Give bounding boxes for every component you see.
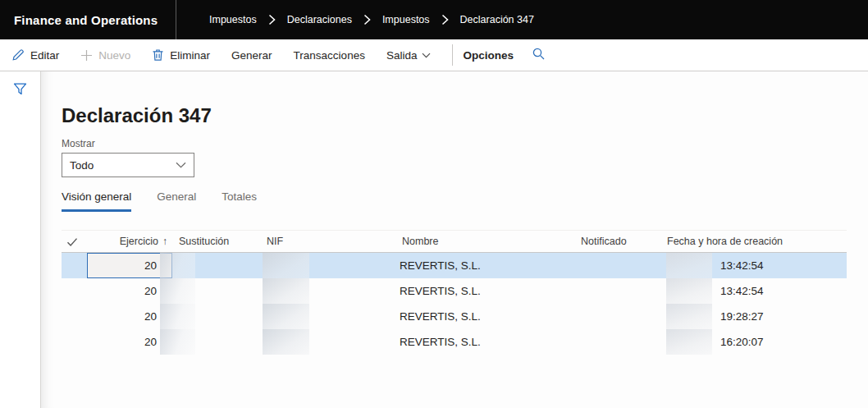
tab-strip: Visión generalGeneralTotales xyxy=(62,190,868,212)
redacted-ejercicio-value xyxy=(160,304,195,329)
breadcrumb-item[interactable]: Declaraciones xyxy=(287,14,352,25)
redacted-nif-value xyxy=(263,304,309,329)
generate-button[interactable]: Generar xyxy=(231,49,272,62)
breadcrumb-chevron-icon xyxy=(363,14,371,25)
output-label: Salida xyxy=(386,49,418,62)
redacted-ejercicio-value xyxy=(160,278,195,304)
page-title: Declaración 347 xyxy=(62,103,868,127)
table-row[interactable]: 20 REVERTIS, S.L. 13:42:54 xyxy=(62,278,847,304)
grid-body: 20 REVERTIS, S.L. 13:42:54 20 REVERTIS, … xyxy=(62,253,847,355)
search-icon xyxy=(532,47,546,63)
cell-nombre[interactable]: REVERTIS, S.L. xyxy=(400,278,481,304)
table-row[interactable]: 20 REVERTIS, S.L. 13:42:54 xyxy=(62,253,847,278)
redacted-fecha-value xyxy=(666,253,712,278)
cell-hora[interactable]: 19:28:27 xyxy=(720,304,764,329)
redacted-nif-value xyxy=(263,329,309,355)
chevron-down-icon xyxy=(176,162,186,168)
cell-hora[interactable]: 16:20:07 xyxy=(720,329,764,355)
filter-funnel-icon[interactable] xyxy=(13,82,27,96)
table-row[interactable]: 20 REVERTIS, S.L. 16:20:07 xyxy=(62,329,847,355)
app-bar: Finance and Operations ImpuestosDeclarac… xyxy=(0,0,868,39)
breadcrumb-chevron-icon xyxy=(441,14,449,25)
tab-general[interactable]: General xyxy=(157,190,196,212)
show-field-label: Mostrar xyxy=(62,138,868,149)
column-header-ejercicio[interactable]: Ejercicio↑ xyxy=(87,231,167,253)
tab-totales[interactable]: Totales xyxy=(222,190,257,212)
redacted-fecha-value xyxy=(666,329,712,355)
redacted-nif-value xyxy=(263,278,309,304)
edit-button[interactable]: Editar xyxy=(11,48,59,62)
breadcrumb-item[interactable]: Declaración 347 xyxy=(460,14,534,25)
cell-hora[interactable]: 13:42:54 xyxy=(720,253,764,278)
options-button[interactable]: Opciones xyxy=(463,49,514,62)
new-button[interactable]: Nuevo xyxy=(80,49,130,62)
show-dropdown-value: Todo xyxy=(70,159,94,172)
select-all-checkmark-icon[interactable] xyxy=(66,231,78,253)
redacted-ejercicio-value xyxy=(160,329,195,355)
cell-ejercicio[interactable]: 20 xyxy=(87,329,157,355)
column-header-fecha[interactable]: Fecha y hora de creación xyxy=(667,231,783,253)
action-toolbar: Editar Nuevo Eliminar Generar Transaccio… xyxy=(0,39,868,71)
page-body: Declaración 347 Mostrar Todo Visión gene… xyxy=(0,71,868,408)
filter-pane-rail xyxy=(0,71,41,408)
cell-nombre[interactable]: REVERTIS, S.L. xyxy=(400,253,481,278)
cell-ejercicio[interactable]: 20 xyxy=(87,253,157,278)
plus-icon xyxy=(80,49,93,62)
redacted-fecha-value xyxy=(666,278,712,304)
edit-label: Editar xyxy=(30,49,59,62)
column-header-ejercicio-label: Ejercicio xyxy=(120,236,158,247)
transactions-button[interactable]: Transacciones xyxy=(294,49,365,62)
delete-label: Eliminar xyxy=(170,49,210,62)
breadcrumb-chevron-icon xyxy=(268,14,276,25)
breadcrumb-item[interactable]: Impuestos xyxy=(209,14,257,25)
cell-nombre[interactable]: REVERTIS, S.L. xyxy=(400,329,481,355)
search-button[interactable] xyxy=(532,47,546,63)
redacted-nif-value xyxy=(263,253,309,278)
grid-header-row: Ejercicio↑ Sustitución NIF Nombre Notifi… xyxy=(62,230,847,253)
cell-hora[interactable]: 13:42:54 xyxy=(720,278,764,304)
breadcrumb-item[interactable]: Impuestos xyxy=(382,14,430,25)
main-content: Declaración 347 Mostrar Todo Visión gene… xyxy=(41,71,868,408)
column-header-sustitucion[interactable]: Sustitución xyxy=(179,231,229,253)
breadcrumb: ImpuestosDeclaracionesImpuestosDeclaraci… xyxy=(209,0,534,39)
column-header-notificado[interactable]: Notificado xyxy=(581,231,627,253)
pencil-icon xyxy=(11,48,25,62)
declarations-grid: Ejercicio↑ Sustitución NIF Nombre Notifi… xyxy=(62,230,847,355)
toolbar-divider xyxy=(452,44,453,66)
column-header-nif[interactable]: NIF xyxy=(267,231,283,253)
table-row[interactable]: 20 REVERTIS, S.L. 19:28:27 xyxy=(62,304,847,329)
cell-nombre[interactable]: REVERTIS, S.L. xyxy=(400,304,481,329)
delete-button[interactable]: Eliminar xyxy=(152,48,210,62)
column-header-nombre[interactable]: Nombre xyxy=(402,231,438,253)
new-label: Nuevo xyxy=(98,49,130,62)
trash-icon xyxy=(152,48,164,62)
transactions-label: Transacciones xyxy=(294,49,365,62)
cell-ejercicio[interactable]: 20 xyxy=(87,304,157,329)
app-title: Finance and Operations xyxy=(14,13,158,27)
generate-label: Generar xyxy=(231,49,272,62)
redacted-ejercicio-value xyxy=(160,253,195,278)
sort-ascending-icon: ↑ xyxy=(162,236,167,247)
redacted-fecha-value xyxy=(666,304,712,329)
cell-ejercicio[interactable]: 20 xyxy=(87,278,157,304)
chevron-down-icon xyxy=(422,53,431,58)
output-menu-button[interactable]: Salida xyxy=(386,49,432,62)
show-dropdown[interactable]: Todo xyxy=(62,153,194,177)
app-title-wrap: Finance and Operations xyxy=(0,0,176,39)
tab-visi-n-general[interactable]: Visión general xyxy=(62,190,131,212)
